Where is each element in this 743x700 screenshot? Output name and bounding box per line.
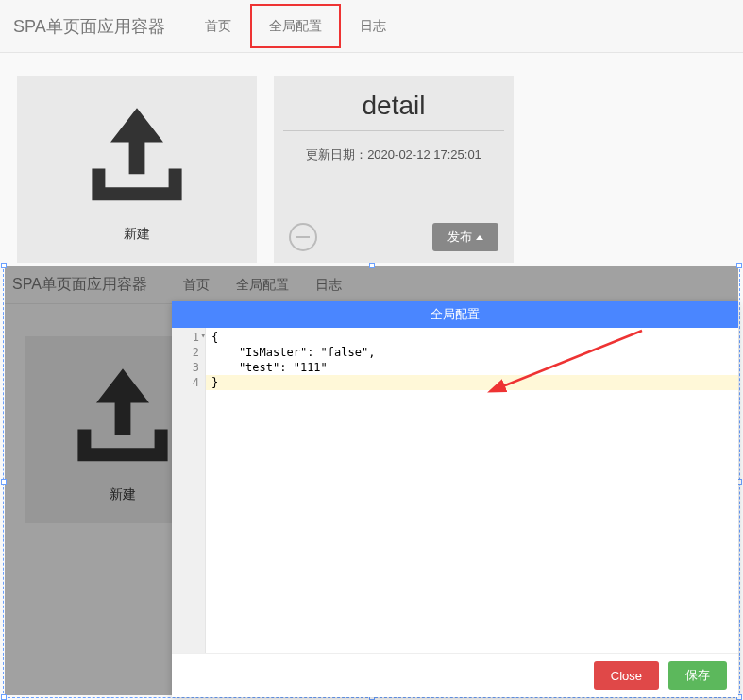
line-number: 4 — [181, 375, 199, 390]
card-detail-footer: 发布 — [274, 212, 514, 263]
app-title: SPA单页面应用容器 — [13, 15, 165, 38]
code-editor[interactable]: 1 2 3 4 ▾ { "IsMaster": "false", "test":… — [172, 328, 738, 653]
line-number: 2 — [181, 345, 199, 360]
bg-tab-log: 日志 — [302, 266, 355, 303]
code-line: } — [206, 375, 738, 390]
upload-icon — [71, 95, 203, 218]
global-config-modal: 全局配置 1 2 3 4 ▾ { "IsMaster": "false", "t… — [172, 301, 738, 697]
minus-icon[interactable] — [289, 223, 317, 251]
code-area[interactable]: { "IsMaster": "false", "test": "111" } — [206, 328, 738, 653]
caret-up-icon — [476, 235, 483, 240]
line-number: 1 — [181, 330, 199, 345]
modal-title: 全局配置 — [172, 301, 738, 328]
detail-date: 更新日期：2020-02-12 17:25:01 — [274, 131, 514, 163]
card-detail: detail 更新日期：2020-02-12 17:25:01 发布 — [274, 76, 514, 263]
modal-footer: Close 保存 — [172, 653, 738, 697]
bg-app-title: SPA单页面应用容器 — [12, 275, 147, 295]
tab-log[interactable]: 日志 — [343, 0, 403, 52]
tabs: 首页 全局配置 日志 — [188, 0, 403, 52]
publish-button[interactable]: 发布 — [432, 223, 498, 251]
new-label: 新建 — [124, 226, 150, 243]
bg-header: SPA单页面应用容器 首页 全局配置 日志 — [5, 266, 738, 304]
bg-upload-icon — [57, 356, 189, 479]
card-new[interactable]: 新建 — [17, 76, 257, 263]
code-line: "IsMaster": "false", — [211, 345, 733, 360]
line-number: 3 — [181, 360, 199, 375]
publish-label: 发布 — [447, 229, 472, 246]
tab-global-config[interactable]: 全局配置 — [250, 4, 341, 48]
editor-gutter: 1 2 3 4 ▾ — [172, 328, 206, 653]
detail-title: detail — [283, 81, 504, 131]
save-button[interactable]: 保存 — [668, 661, 727, 690]
close-button[interactable]: Close — [594, 661, 659, 690]
bg-tab-home: 首页 — [170, 266, 223, 303]
code-line: { — [211, 330, 733, 345]
tab-home[interactable]: 首页 — [188, 0, 248, 52]
app-header: SPA单页面应用容器 首页 全局配置 日志 — [0, 0, 743, 53]
cards-row: 新建 detail 更新日期：2020-02-12 17:25:01 发布 — [0, 53, 743, 285]
bg-new-label: 新建 — [110, 487, 136, 504]
code-line: "test": "111" — [211, 360, 733, 375]
bg-tab-global-config: 全局配置 — [223, 266, 302, 303]
bg-tabs: 首页 全局配置 日志 — [170, 266, 355, 303]
